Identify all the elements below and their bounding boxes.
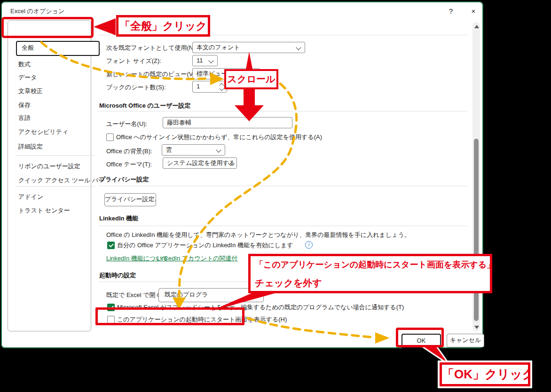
linkedin-account-link[interactable]: LinkedIn アカウントの関連付: [157, 254, 238, 263]
sheet-count-value: 1: [197, 83, 200, 90]
linkedin-description: Office の LinkedIn 機能を使用して、専門家のネットワークとつなが…: [106, 231, 410, 239]
scrollbar-down-icon[interactable]: [474, 326, 479, 329]
font-size-select[interactable]: 11: [192, 55, 218, 66]
font-size-value: 11: [197, 57, 203, 64]
sidebar-item-quick-access[interactable]: クイック アクセス ツール バー: [18, 176, 104, 185]
chevron-down-icon: [216, 147, 221, 152]
sidebar-item-accessibility[interactable]: アクセシビリティ: [18, 128, 68, 136]
spinner-down-icon[interactable]: [220, 86, 224, 91]
office-background-select[interactable]: 雲: [162, 144, 225, 156]
sidebar: 全般 数式 データ 文章校正 保存 言語 アクセシビリティ 詳細設定 リボンのユ…: [8, 20, 91, 331]
callout-uncheck: 「このアプリケーションの起動時にスタート画面を表示する」 チェックを外す: [248, 254, 492, 293]
close-icon[interactable]: ×: [466, 6, 480, 16]
callout-uncheck-line2: チェックを外す: [255, 277, 322, 290]
office-theme-value: システム設定を使用する: [167, 159, 235, 166]
highlight-box-general: [1, 17, 94, 38]
dialog-title: Excel のオプション: [10, 7, 64, 16]
user-name-value: 藤田泰輔: [167, 119, 191, 126]
sidebar-item-data[interactable]: データ: [18, 73, 37, 82]
default-view-value: 標準ビュー: [197, 70, 228, 77]
sidebar-divider: [16, 186, 94, 187]
section-divider: [98, 111, 467, 111]
signin-settings-label: Office へのサインイン状態にかかわらず、常にこれらの設定を使用する(A): [116, 133, 322, 141]
chevron-down-icon: [208, 58, 213, 63]
linkedin-enable-label: 自分の Office アプリケーションの LinkedIn 機能を有効にします: [117, 241, 293, 250]
sidebar-item-addins[interactable]: アドイン: [18, 193, 43, 201]
default-font-label: 次を既定フォントとして使用(N):: [106, 44, 197, 52]
info-icon[interactable]: [305, 241, 313, 249]
office-theme-select[interactable]: システム設定を使用する: [163, 157, 237, 169]
callout-click-ok: 「OK」クリック: [440, 362, 530, 386]
user-name-label: ユーザー名(U):: [106, 120, 147, 128]
font-size-label: フォント サイズ(Z):: [106, 57, 161, 65]
signin-settings-checkbox[interactable]: [106, 133, 114, 141]
highlight-box-ok: [396, 328, 444, 347]
section-divider: [98, 186, 467, 186]
default-font-select[interactable]: 本文のフォント: [192, 42, 305, 53]
sidebar-item-save[interactable]: 保存: [18, 101, 31, 110]
callout-scroll: スクロール: [224, 69, 278, 89]
scrollbar-up-icon[interactable]: [474, 25, 479, 28]
privacy-settings-button[interactable]: プライバシー設定...: [104, 193, 156, 206]
linkedin-enable-checkbox[interactable]: [107, 242, 115, 249]
sidebar-item-general[interactable]: 全般: [16, 41, 100, 56]
cancel-button[interactable]: キャンセル: [447, 334, 484, 347]
callout-uncheck-line1: 「このアプリケーションの起動時にスタート画面を表示する」: [255, 259, 492, 270]
scrollbar-thumb[interactable]: [474, 139, 479, 321]
chevron-down-icon: [296, 45, 301, 50]
startup-heading: 起動時の設定: [99, 271, 136, 280]
callout-click-general: 「全般」クリック: [116, 15, 210, 37]
help-button[interactable]: ?: [444, 6, 458, 16]
sidebar-item-trust-center[interactable]: トラスト センター: [18, 206, 70, 215]
section-divider: [98, 226, 467, 226]
office-theme-label: Office テーマ(T):: [106, 160, 152, 169]
sidebar-item-proofing[interactable]: 文章校正: [18, 87, 43, 95]
sidebar-item-advanced[interactable]: 詳細設定: [18, 142, 43, 151]
office-background-label: Office の背景(B):: [106, 147, 152, 156]
excel-options-dialog: Excel のオプション ? × 全般 数式 データ 文章校正 保存 言語 アク…: [1, 1, 483, 348]
privacy-heading: プライバシー設定: [99, 175, 149, 184]
office-settings-heading: Microsoft Office のユーザー設定: [99, 102, 190, 110]
sidebar-item-formulas[interactable]: 数式: [18, 60, 31, 69]
highlight-box-start-screen: [95, 307, 244, 325]
user-name-field[interactable]: 藤田泰輔: [163, 117, 292, 128]
default-view-label: 新しいシートの既定のビュー(V):: [106, 70, 197, 78]
sheet-count-stepper[interactable]: 1: [192, 81, 227, 93]
sheet-count-label: ブックのシート数(S):: [106, 83, 166, 92]
office-background-value: 雲: [166, 146, 172, 153]
sidebar-divider: [16, 155, 94, 156]
sidebar-item-customize-ribbon[interactable]: リボンのユーザー設定: [18, 162, 80, 171]
sidebar-item-language[interactable]: 言語: [18, 114, 31, 122]
default-font-value: 本文のフォント: [197, 44, 240, 51]
linkedin-heading: LinkedIn 機能: [99, 214, 138, 223]
